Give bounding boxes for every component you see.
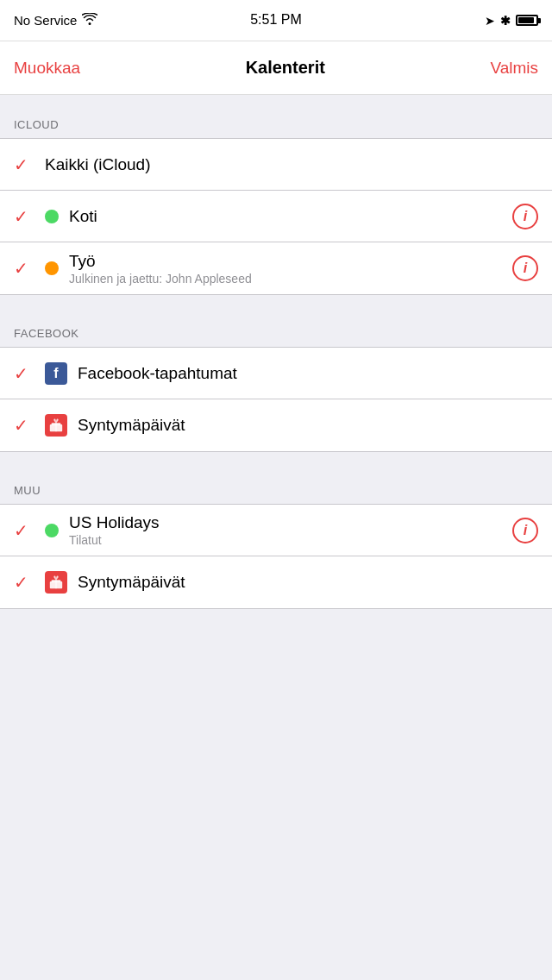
info-button-koti[interactable]: i xyxy=(512,204,538,229)
item-text-area-tyo: TyöJulkinen ja jaettu: John Appleseed xyxy=(69,252,512,286)
color-dot-koti xyxy=(45,210,59,223)
wifi-icon xyxy=(82,13,97,28)
section-header-icloud: ICLOUD xyxy=(0,95,552,138)
content-area: ICLOUD✓Kaikki (iCloud)✓Kotii✓TyöJulkinen… xyxy=(0,95,552,644)
section-header-text-facebook: FACEBOOK xyxy=(14,327,79,340)
section-spacer-1 xyxy=(0,452,552,461)
section-header-muu: MUU xyxy=(0,461,552,504)
no-service-text: No Service xyxy=(14,13,77,28)
item-text-area-syntymapäivät-muu: Syntymäpäivät xyxy=(78,573,538,592)
item-title-facebook-tapahtumat: Facebook-tapahtumat xyxy=(78,364,538,383)
location-icon: ➤ xyxy=(485,14,495,28)
item-text-area-kaikki-icloud: Kaikki (iCloud) xyxy=(45,155,538,174)
svg-rect-2 xyxy=(55,423,57,431)
check-area-tyo: ✓ xyxy=(14,258,45,279)
checkmark-facebook-tapahtumat: ✓ xyxy=(14,363,28,384)
list-item-syntymapäivät-muu[interactable]: ✓ Syntymäpäivät xyxy=(0,556,552,608)
checkmark-syntymapäivät-fb: ✓ xyxy=(14,415,28,436)
list-item-syntymapäivät-fb[interactable]: ✓ Syntymäpäivät xyxy=(0,399,552,451)
list-section-muu: ✓US HolidaysTilatuti✓ Syntymäpäivät xyxy=(0,504,552,609)
list-item-facebook-tapahtumat[interactable]: ✓fFacebook-tapahtumat xyxy=(0,348,552,399)
checkmark-us-holidays: ✓ xyxy=(14,520,28,541)
facebook-icon-facebook-tapahtumat: f xyxy=(45,362,67,385)
item-text-area-facebook-tapahtumat: Facebook-tapahtumat xyxy=(78,364,538,383)
edit-button[interactable]: Muokkaa xyxy=(14,59,80,78)
section-header-facebook: FACEBOOK xyxy=(0,304,552,347)
list-section-icloud: ✓Kaikki (iCloud)✓Kotii✓TyöJulkinen ja ja… xyxy=(0,138,552,295)
status-left: No Service xyxy=(14,13,169,28)
battery-icon xyxy=(516,15,538,26)
status-time: 5:51 PM xyxy=(250,12,302,28)
item-title-syntymapäivät-fb: Syntymäpäivät xyxy=(78,416,538,435)
section-header-text-muu: MUU xyxy=(14,484,41,497)
list-section-facebook: ✓fFacebook-tapahtumat✓ Syntymäpäivät xyxy=(0,347,552,452)
list-item-us-holidays[interactable]: ✓US HolidaysTilatuti xyxy=(0,505,552,556)
list-item-tyo[interactable]: ✓TyöJulkinen ja jaettu: John Appleseedi xyxy=(0,242,552,294)
status-bar: No Service 5:51 PM ➤ ✱ xyxy=(0,0,552,41)
item-title-tyo: Työ xyxy=(69,252,512,271)
gift-icon-syntymapäivät-fb xyxy=(45,414,67,437)
bottom-spacer xyxy=(0,609,552,644)
list-item-koti[interactable]: ✓Kotii xyxy=(0,191,552,242)
status-right: ➤ ✱ xyxy=(452,14,538,28)
item-title-kaikki-icloud: Kaikki (iCloud) xyxy=(45,155,538,174)
checkmark-kaikki-icloud: ✓ xyxy=(14,154,28,175)
list-item-kaikki-icloud[interactable]: ✓Kaikki (iCloud) xyxy=(0,139,552,191)
check-area-syntymapäivät-muu: ✓ xyxy=(14,572,45,593)
nav-bar: Muokkaa Kalenterit Valmis xyxy=(0,41,552,95)
info-button-tyo[interactable]: i xyxy=(512,255,538,281)
item-title-syntymapäivät-muu: Syntymäpäivät xyxy=(78,573,538,592)
check-area-facebook-tapahtumat: ✓ xyxy=(14,363,45,384)
item-subtitle-tyo: Julkinen ja jaettu: John Appleseed xyxy=(69,272,512,286)
item-text-area-syntymapäivät-fb: Syntymäpäivät xyxy=(78,416,538,435)
done-button[interactable]: Valmis xyxy=(490,59,538,78)
bluetooth-icon: ✱ xyxy=(500,14,511,28)
check-area-us-holidays: ✓ xyxy=(14,520,45,541)
color-dot-us-holidays xyxy=(45,524,59,537)
check-area-kaikki-icloud: ✓ xyxy=(14,154,45,175)
section-header-text-icloud: ICLOUD xyxy=(14,118,59,131)
item-title-us-holidays: US Holidays xyxy=(69,513,512,532)
info-button-us-holidays[interactable]: i xyxy=(512,518,538,543)
gift-icon-syntymapäivät-muu xyxy=(45,571,67,594)
checkmark-syntymapäivät-muu: ✓ xyxy=(14,572,28,593)
color-dot-tyo xyxy=(45,261,59,275)
checkmark-koti: ✓ xyxy=(14,206,28,227)
svg-rect-5 xyxy=(55,580,57,588)
check-area-koti: ✓ xyxy=(14,206,45,227)
checkmark-tyo: ✓ xyxy=(14,258,28,279)
item-text-area-koti: Koti xyxy=(69,207,512,226)
section-spacer-0 xyxy=(0,295,552,304)
item-text-area-us-holidays: US HolidaysTilatut xyxy=(69,513,512,547)
item-subtitle-us-holidays: Tilatut xyxy=(69,533,512,547)
item-title-koti: Koti xyxy=(69,207,512,226)
page-title: Kalenterit xyxy=(246,58,325,78)
check-area-syntymapäivät-fb: ✓ xyxy=(14,415,45,436)
